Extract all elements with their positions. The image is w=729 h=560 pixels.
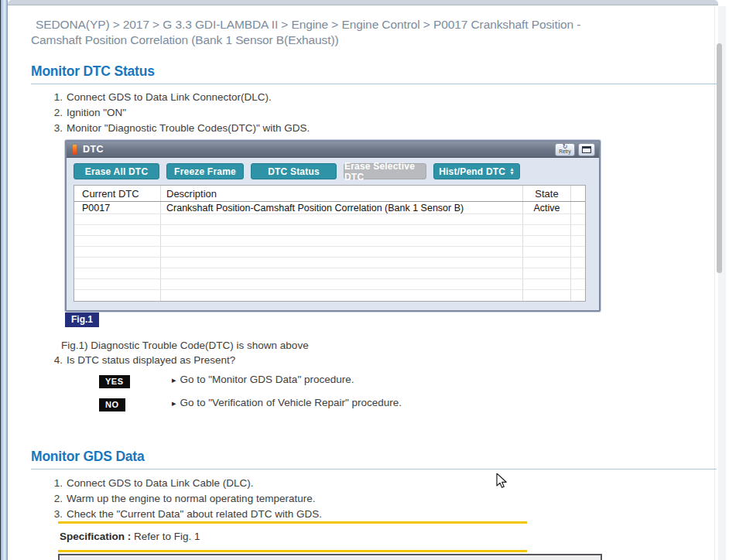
erase-all-dtc-button[interactable]: Erase All DTC — [74, 163, 159, 179]
freeze-frame-button[interactable]: Freeze Frame — [166, 163, 244, 179]
row-tail-cell — [571, 202, 585, 213]
decision-text: Go to "Verification of Vehicle Repair" p… — [180, 397, 402, 408]
empty-table-row — [74, 225, 585, 236]
dtc-window-titlebar: DTC ↻ Retry — [67, 142, 599, 158]
breadcrumb-line2: Camshaft Position Correlation (Bank 1 Se… — [31, 33, 339, 46]
content-separator — [714, 6, 715, 560]
specification-text: Refer to Fig. 1 — [131, 531, 200, 542]
step-number: 1. — [50, 477, 63, 489]
monitor-dtc-steps: 1. Connect GDS to Data Link Connector(DL… — [50, 89, 310, 135]
step-text: Ignition "ON" — [67, 107, 126, 118]
empty-table-row — [74, 214, 585, 225]
empty-table-row — [74, 279, 585, 290]
hist-pend-dtc-label: Hist/Pend DTC — [439, 166, 505, 177]
breadcrumb-line1: SEDONA(YP) > 2017 > G 3.3 GDI-LAMBDA II … — [31, 17, 673, 32]
scrollbar-track[interactable] — [718, 6, 726, 560]
list-item: 3. Monitor "Diagnostic Trouble Codes(DTC… — [50, 120, 310, 135]
table-row[interactable]: P0017 Crankshaft Position-Camshaft Posit… — [74, 202, 585, 214]
breadcrumb[interactable]: SEDONA(YP) > 2017 > G 3.3 GDI-LAMBDA II … — [31, 17, 673, 48]
retry-label: Retry — [559, 149, 571, 154]
step-text: Connect GDS to Data Link Cable (DLC). — [67, 477, 254, 489]
hist-pend-dtc-button[interactable]: Hist/Pend DTC ▲▼ — [433, 163, 520, 179]
next-figure-partial — [58, 554, 602, 560]
top-toolbar-edge — [8, 0, 718, 5]
restore-window-button[interactable] — [578, 143, 595, 156]
dtc-button-row: Erase All DTC Freeze Frame DTC Status Er… — [74, 163, 592, 179]
step-text: Warm up the engine to normal operating t… — [67, 493, 315, 504]
retry-button[interactable]: ↻ Retry — [555, 143, 575, 156]
sort-arrows-icon: ▲▼ — [509, 168, 515, 175]
dtc-tool-window: DTC ↻ Retry Erase All DTC Freeze Frame D… — [65, 140, 601, 312]
dtc-description-cell: Crankshaft Position-Camshaft Position Co… — [161, 202, 523, 213]
dtc-window-body: Erase All DTC Freeze Frame DTC Status Er… — [67, 158, 599, 310]
empty-table-row — [74, 247, 585, 258]
list-item: 2. Ignition "ON" — [50, 104, 310, 120]
decision-text: Go to "Monitor GDS Data" procedure. — [180, 374, 354, 385]
list-item: 3. Check the "Current Data" about relate… — [50, 506, 322, 521]
empty-table-row — [74, 236, 585, 247]
empty-table-row — [74, 268, 585, 279]
section-title-monitor-dtc-status: Monitor DTC Status — [31, 63, 717, 84]
list-item: 2. Warm up the engine to normal operatin… — [50, 490, 322, 506]
scrollbar-thumb[interactable] — [717, 43, 722, 273]
mouse-cursor — [496, 473, 512, 490]
step-number: 2. — [50, 107, 63, 118]
window-left-frame — [0, 0, 8, 560]
list-item: 4. Is DTC status displayed as Present? — [50, 354, 235, 366]
empty-table-row — [74, 258, 585, 268]
dtc-code-cell: P0017 — [74, 202, 161, 213]
pointer-arrow-icon: ▸ — [172, 398, 176, 408]
dtc-table: Current DTC Description State P0017 Cran… — [74, 185, 586, 302]
go-to-text: ▸Go to "Monitor GDS Data" procedure. — [172, 374, 354, 385]
decision-row-no: NO ▸Go to "Verification of Vehicle Repai… — [99, 397, 125, 409]
monitor-gds-steps: 1. Connect GDS to Data Link Cable (DLC).… — [50, 475, 322, 521]
step-number: 4. — [50, 354, 63, 366]
column-header-current-dtc[interactable]: Current DTC — [74, 186, 161, 201]
erase-selective-dtc-button: Erase Selective DTC — [344, 163, 426, 179]
empty-table-row — [74, 290, 585, 301]
step-number: 2. — [50, 493, 63, 504]
dtc-status-button[interactable]: DTC Status — [251, 163, 337, 179]
column-header-tail — [571, 186, 585, 201]
dtc-table-header-row: Current DTC Description State — [74, 186, 585, 202]
decision-row-yes: YES ▸Go to "Monitor GDS Data" procedure. — [99, 374, 130, 386]
no-badge: NO — [99, 398, 125, 411]
section-title-monitor-gds-data: Monitor GDS Data — [31, 449, 717, 470]
restore-icon — [582, 146, 591, 153]
step-text: Monitor "Diagnostic Trouble Codes(DTC)" … — [67, 122, 310, 134]
list-item: 1. Connect GDS to Data Link Connector(DL… — [50, 89, 310, 104]
figure-label: Fig.1 — [65, 312, 99, 327]
go-to-text: ▸Go to "Verification of Vehicle Repair" … — [172, 397, 402, 408]
step-number: 1. — [50, 91, 63, 103]
window-flame-icon — [73, 145, 77, 155]
dtc-window-title: DTC — [83, 144, 104, 155]
step-text: Connect GDS to Data Link Connector(DLC). — [67, 91, 272, 103]
step-text: Check the "Current Data" about related D… — [67, 508, 322, 520]
column-header-description[interactable]: Description — [161, 186, 523, 201]
specification-label: Specification : — [60, 531, 131, 542]
specification-callout: Specification : Refer to Fig. 1 — [58, 521, 527, 552]
pointer-arrow-icon: ▸ — [172, 375, 176, 384]
step-text: Is DTC status displayed as Present? — [67, 354, 235, 366]
list-item: 1. Connect GDS to Data Link Cable (DLC). — [50, 475, 322, 490]
yes-badge: YES — [99, 375, 130, 388]
figure-caption: Fig.1) Diagnostic Trouble Code(DTC) is s… — [61, 340, 309, 351]
step-number: 3. — [50, 122, 63, 134]
column-header-state[interactable]: State — [523, 186, 571, 201]
step-number: 3. — [50, 508, 63, 520]
dtc-state-cell: Active — [523, 202, 571, 213]
